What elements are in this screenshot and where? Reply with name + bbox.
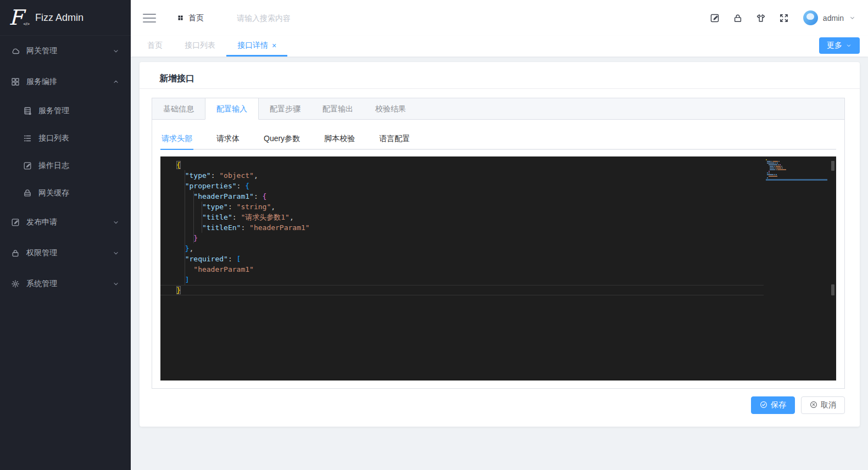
sidebar-item-label: 服务编排 xyxy=(26,77,112,87)
page-title: 新增接口 xyxy=(159,73,840,85)
home-grid-icon xyxy=(177,14,184,21)
chevron-down-icon xyxy=(112,219,120,226)
page-tabbar: 首页接口列表接口详情× 更多 xyxy=(131,36,868,57)
app-logo[interactable]: F </> Fizz Admin xyxy=(0,0,131,36)
chevron-down-icon xyxy=(112,47,120,55)
code-line: } xyxy=(160,233,764,243)
search-input[interactable] xyxy=(237,14,358,23)
code-line: "required": [ xyxy=(160,254,764,264)
subtab-language-config[interactable]: 语言配置 xyxy=(378,128,411,150)
main-card: 新增接口 基础信息配置输入配置步骤配置输出校验结果 请求头部请求体Query参数… xyxy=(140,62,860,427)
header-actions: admin xyxy=(710,10,856,25)
page-tab-label: 首页 xyxy=(147,41,163,51)
config-tab-config-input[interactable]: 配置输入 xyxy=(205,98,259,120)
lock-icon xyxy=(11,249,20,258)
editor-minimap[interactable] xyxy=(766,159,827,181)
code-line: "properties": { xyxy=(160,181,764,191)
page-content: 新增接口 基础信息配置输入配置步骤配置输出校验结果 请求头部请求体Query参数… xyxy=(131,57,868,470)
code-line: }, xyxy=(160,243,764,254)
form-actions: 保存 取消 xyxy=(152,396,845,414)
top-header: 首页 admin xyxy=(131,0,868,36)
check-circle-icon xyxy=(760,401,767,410)
config-tab-basic-info[interactable]: 基础信息 xyxy=(152,98,205,119)
chevron-up-icon xyxy=(112,78,120,86)
sidebar-item-gateway-management[interactable]: 网关管理 xyxy=(0,36,131,66)
code-line: "type": "object", xyxy=(160,170,764,181)
sidebar-item-label: 接口列表 xyxy=(38,133,120,143)
chevron-down-icon xyxy=(112,280,120,288)
operation-log-icon[interactable] xyxy=(710,13,720,23)
username: admin xyxy=(823,14,844,23)
code-line: "headerParam1": { xyxy=(160,191,764,202)
sidebar-item-label: 服务管理 xyxy=(38,106,120,116)
chevron-down-icon xyxy=(845,42,852,49)
sidebar-item-label: 网关缓存 xyxy=(38,188,120,198)
subtab-request-body[interactable]: 请求体 xyxy=(215,128,241,150)
sidebar-item-label: 权限管理 xyxy=(26,248,112,258)
config-tab-validation-result[interactable]: 校验结果 xyxy=(364,98,417,119)
input-subtabs: 请求头部请求体Query参数脚本校验语言配置 xyxy=(160,128,836,150)
save-button[interactable]: 保存 xyxy=(751,396,795,414)
theme-skin-icon[interactable] xyxy=(756,13,766,23)
lock-screen-icon[interactable] xyxy=(733,13,743,23)
main-area: 首页 admin 首页接口列表接口详情× 更多 xyxy=(131,0,868,470)
log-icon xyxy=(23,161,32,170)
hamburger-menu-icon[interactable] xyxy=(143,14,156,23)
sidebar-item-operation-log[interactable]: 操作日志 xyxy=(0,152,131,180)
subtab-script-validation[interactable]: 脚本校验 xyxy=(323,128,356,150)
sidebar-item-label: 操作日志 xyxy=(38,161,120,171)
page-tab-interface-list[interactable]: 接口列表 xyxy=(174,36,226,57)
subtab-query-params[interactable]: Query参数 xyxy=(263,128,301,150)
code-lines: { "type": "object", "properties": { "hea… xyxy=(160,160,764,295)
config-tab-config-steps[interactable]: 配置步骤 xyxy=(259,98,311,119)
config-tabs-panel: 基础信息配置输入配置步骤配置输出校验结果 请求头部请求体Query参数脚本校验语… xyxy=(152,98,845,389)
card-body: 基础信息配置输入配置步骤配置输出校验结果 请求头部请求体Query参数脚本校验语… xyxy=(140,89,860,414)
tab-close-icon[interactable]: × xyxy=(272,42,276,49)
editor-scrollbar-mark[interactable] xyxy=(831,284,834,295)
cancel-button[interactable]: 取消 xyxy=(801,396,845,414)
user-menu[interactable]: admin xyxy=(803,10,856,25)
config-tabs-body: 请求头部请求体Query参数脚本校验语言配置 { "type": "object… xyxy=(152,120,844,388)
config-tab-config-output[interactable]: 配置输出 xyxy=(311,98,364,119)
more-button[interactable]: 更多 xyxy=(819,37,860,54)
sidebar-item-gateway-cache[interactable]: 网关缓存 xyxy=(0,180,131,207)
code-line: { xyxy=(160,160,764,170)
page-tab-home[interactable]: 首页 xyxy=(136,36,174,57)
sidebar-item-permission-management[interactable]: 权限管理 xyxy=(0,238,131,268)
gear-icon xyxy=(11,279,20,288)
sidebar-item-system-management[interactable]: 系统管理 xyxy=(0,268,131,299)
code-line: } xyxy=(160,285,764,295)
form-icon xyxy=(11,218,20,227)
editor-scrollbar-mark[interactable] xyxy=(831,161,834,171)
code-line: "headerParam1" xyxy=(160,264,764,275)
code-editor[interactable]: { "type": "object", "properties": { "hea… xyxy=(160,156,836,381)
fizz-logo-icon: F </> xyxy=(9,5,27,30)
close-circle-icon xyxy=(810,401,817,410)
sidebar-item-service-management[interactable]: 服务管理 xyxy=(0,97,131,125)
page-tab-interface-detail[interactable]: 接口详情× xyxy=(226,36,287,57)
sidebar-item-service-orchestration[interactable]: 服务编排 xyxy=(0,66,131,97)
cache-icon xyxy=(23,189,32,198)
sidebar: F </> Fizz Admin 网关管理服务编排服务管理接口列表操作日志网关缓… xyxy=(0,0,131,470)
grid-icon xyxy=(11,77,20,86)
sidebar-item-label: 发布申请 xyxy=(26,217,112,227)
breadcrumb[interactable]: 首页 xyxy=(177,13,204,23)
page-tab-label: 接口详情 xyxy=(237,41,268,51)
code-line: "titleEn": "headerParam1" xyxy=(160,222,764,233)
cloud-icon xyxy=(11,47,20,55)
sidebar-item-publish-request[interactable]: 发布申请 xyxy=(0,207,131,238)
config-tabs-header: 基础信息配置输入配置步骤配置输出校验结果 xyxy=(152,98,844,120)
server-icon xyxy=(23,107,32,115)
sidebar-item-interface-list[interactable]: 接口列表 xyxy=(0,125,131,152)
subtab-request-header[interactable]: 请求头部 xyxy=(160,128,193,150)
app-title: Fizz Admin xyxy=(35,12,84,24)
sidebar-menu: 网关管理服务编排服务管理接口列表操作日志网关缓存发布申请权限管理系统管理 xyxy=(0,36,131,299)
page-tab-label: 接口列表 xyxy=(185,41,215,51)
sidebar-item-label: 网关管理 xyxy=(26,46,112,56)
code-line: "type": "string", xyxy=(160,202,764,212)
list-icon xyxy=(23,134,32,143)
app-window: F </> Fizz Admin 网关管理服务编排服务管理接口列表操作日志网关缓… xyxy=(0,0,868,470)
chevron-down-icon xyxy=(849,14,856,21)
code-line: "title": "请求头参数1", xyxy=(160,212,764,222)
fullscreen-icon[interactable] xyxy=(779,13,789,23)
